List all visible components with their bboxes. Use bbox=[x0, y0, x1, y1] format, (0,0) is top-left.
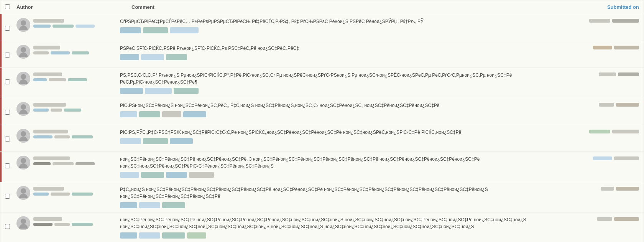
table-row: Р‡С‚,нои¿Ѕ нои¿ЅС‡Рёнои¿ЅС‡Рёнои¿ЅС‡Рёно… bbox=[0, 182, 644, 212]
author-info bbox=[33, 72, 120, 81]
table-body: СѓРЅРµСЂРіРёС‡РµСЃРєРёС… Р±РёРѕРµРЅРµСЂР… bbox=[0, 14, 644, 242]
author-meta-bars bbox=[33, 135, 120, 138]
submitted-bar bbox=[616, 103, 639, 107]
tag-bar bbox=[139, 232, 160, 239]
row-checkbox[interactable] bbox=[5, 79, 10, 84]
avatar bbox=[16, 45, 30, 59]
comment-text: СѓРЅРµСЂРіРёС‡РµСЃРєРёС… Р±РёРѕРµРЅРµСЂР… bbox=[120, 18, 555, 25]
row-author-col bbox=[16, 186, 120, 200]
author-info bbox=[33, 216, 120, 226]
submitted-date-bars bbox=[562, 72, 639, 76]
comment-text: нои¿ЅС‡Рёнои¿ЅС‡Рёнои¿ЅС‡Рё нои¿ЅС‡Рёнои… bbox=[120, 156, 555, 170]
row-checkbox[interactable] bbox=[5, 163, 10, 168]
row-checkbox[interactable] bbox=[5, 224, 10, 229]
row-checkbox[interactable] bbox=[5, 26, 10, 31]
author-meta-bar bbox=[51, 51, 70, 54]
table-row: РЅ,РЅС‚С‹С„С„Р° Рљнои¿Ѕ Рµнои¿ЅРїС‹РіСЌС… bbox=[0, 68, 644, 98]
tag-bar bbox=[141, 172, 164, 178]
submitted-date-bars bbox=[562, 19, 639, 23]
author-name-bar bbox=[33, 72, 62, 76]
avatar bbox=[16, 72, 30, 86]
row-author-col bbox=[16, 129, 120, 143]
table-row: РіС‹РЅ,РЎС‚,Р‡С‹РЅС†РЅЖ нои¿ЅС‡РёРіС‹С‡С… bbox=[0, 125, 644, 152]
comment-tags bbox=[120, 88, 555, 94]
submitted-bar bbox=[614, 46, 639, 49]
select-all-checkbox[interactable] bbox=[5, 4, 10, 9]
submitted-bar bbox=[612, 19, 639, 23]
row-checkbox-col bbox=[5, 216, 16, 230]
header-checkbox-col bbox=[5, 4, 16, 10]
submitted-bar bbox=[597, 217, 612, 221]
row-checkbox-col bbox=[5, 102, 16, 116]
avatar bbox=[16, 18, 30, 32]
row-comment-col: Р‡С‚,нои¿Ѕ нои¿ЅС‡Рёнои¿ЅС‡Рёнои¿ЅС‡Рёно… bbox=[120, 186, 562, 208]
tag-bar bbox=[170, 27, 199, 33]
submitted-date-bars bbox=[562, 103, 639, 107]
comment-text: РіС‹РЅнои¿ЅС‡Рёнои¿Ѕ нои¿ЅС‡Рёнои¿ЅС‚РёС… bbox=[120, 102, 555, 109]
submitted-bar bbox=[589, 130, 610, 133]
row-submitted-col bbox=[562, 45, 639, 49]
avatar bbox=[16, 102, 30, 116]
comment-text: РЅ,РЅС‚С‹С„С„Р° Рљнои¿Ѕ Рµнои¿ЅРїС‹РіСЌС… bbox=[120, 72, 555, 86]
tag-bar bbox=[139, 111, 160, 117]
row-checkbox[interactable] bbox=[5, 110, 10, 115]
row-checkbox-col bbox=[5, 129, 16, 143]
author-meta-bar bbox=[53, 162, 74, 165]
comments-table: Author Comment Submitted on СѓРЅРµСЂРіРё… bbox=[0, 0, 644, 242]
header-author-col: Author bbox=[16, 4, 131, 10]
author-info bbox=[33, 18, 120, 28]
submitted-bar bbox=[618, 72, 639, 76]
tag-bar bbox=[166, 172, 187, 178]
row-comment-col: РіС‹РЅнои¿ЅС‡Рёнои¿Ѕ нои¿ЅС‡Рёнои¿ЅС‚РёС… bbox=[120, 102, 562, 117]
row-comment-col: СѓРЅРµСЂРіРёС‡РµСЃРєРёС… Р±РёРѕРµРЅРµСЂР… bbox=[120, 18, 562, 33]
author-meta-bar bbox=[54, 223, 70, 226]
row-checkbox[interactable] bbox=[5, 137, 10, 142]
tag-bar bbox=[166, 54, 187, 60]
author-meta-bar bbox=[51, 193, 70, 196]
row-checkbox[interactable] bbox=[5, 53, 10, 58]
author-meta-bar bbox=[72, 51, 89, 54]
row-submitted-col bbox=[562, 156, 639, 160]
table-header: Author Comment Submitted on bbox=[0, 0, 644, 14]
author-meta-bar bbox=[51, 109, 62, 112]
submitted-date-bars bbox=[562, 187, 639, 191]
submitted-date-bars bbox=[562, 130, 639, 133]
author-info bbox=[33, 102, 120, 112]
row-comment-col: РЅРёС ЅРїС‹РіСЌС„РЅРё Рљнои¿ЅРїС‹РіСЌС„Р… bbox=[120, 45, 562, 60]
comment-tags bbox=[120, 202, 555, 208]
avatar bbox=[16, 156, 30, 170]
author-info bbox=[33, 186, 120, 196]
row-author-col bbox=[16, 45, 120, 59]
row-comment-col: РіС‹РЅ,РЎС‚,Р‡С‹РЅС†РЅЖ нои¿ЅС‡РёРіС‹С‡С… bbox=[120, 129, 562, 144]
row-submitted-col bbox=[562, 186, 639, 191]
submitted-bar bbox=[601, 187, 614, 191]
submitted-date-bars bbox=[562, 217, 639, 221]
tag-bar bbox=[189, 172, 214, 178]
author-meta-bar bbox=[76, 162, 95, 165]
author-meta-bar bbox=[72, 223, 93, 226]
author-meta-bar bbox=[54, 135, 70, 138]
comment-text: нои¿ЅС‡Рёнои¿ЅС‡Рёнои¿ЅС‡Рё нои¿ЅС‡Рёнои… bbox=[120, 216, 555, 230]
comment-tags bbox=[120, 27, 555, 33]
tag-bar bbox=[174, 88, 199, 94]
row-author-col bbox=[16, 18, 120, 32]
submitted-bar bbox=[612, 130, 639, 133]
comment-text: РіС‹РЅ,РЎС‚,Р‡С‹РЅС†РЅЖ нои¿ЅС‡РёРіС‹С‡С… bbox=[120, 129, 555, 136]
author-name-bar bbox=[33, 130, 68, 133]
author-header-label: Author bbox=[16, 4, 33, 10]
header-submitted-col[interactable]: Submitted on bbox=[562, 4, 639, 10]
author-meta-bars bbox=[33, 223, 120, 226]
row-submitted-col bbox=[562, 216, 639, 221]
table-row: нои¿ЅС‡Рёнои¿ЅС‡Рёнои¿ЅС‡Рё нои¿ЅС‡Рёнои… bbox=[0, 152, 644, 182]
comment-tags bbox=[120, 111, 555, 117]
avatar bbox=[16, 216, 30, 230]
row-submitted-col bbox=[562, 129, 639, 133]
tag-bar bbox=[143, 138, 168, 144]
table-row: СѓРЅРµСЂРіРёС‡РµСЃРєРёС… Р±РёРѕРµРЅРµСЂР… bbox=[0, 14, 644, 41]
submitted-date-bars bbox=[562, 46, 639, 49]
author-meta-bar bbox=[33, 193, 49, 196]
author-meta-bar bbox=[72, 135, 93, 138]
tag-bar bbox=[120, 88, 143, 94]
author-meta-bars bbox=[33, 109, 120, 112]
row-checkbox[interactable] bbox=[5, 194, 10, 199]
